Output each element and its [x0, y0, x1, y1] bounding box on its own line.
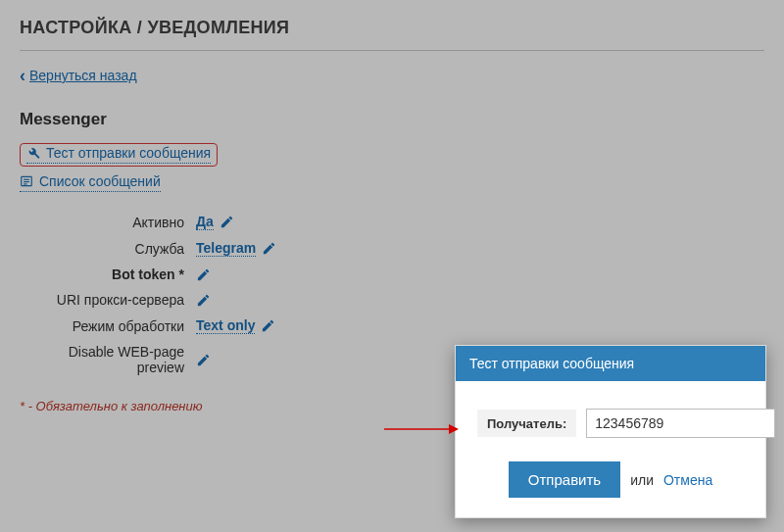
recipient-label: Получатель: — [487, 416, 566, 431]
test-send-dialog: Тест отправки сообщения Получатель: Отпр… — [455, 345, 766, 518]
svg-marker-5 — [449, 424, 459, 434]
arrow-icon — [382, 421, 461, 437]
dialog-title: Тест отправки сообщения — [456, 346, 765, 381]
or-text: или — [630, 472, 654, 488]
cancel-link[interactable]: Отмена — [663, 472, 712, 488]
recipient-input[interactable] — [586, 409, 775, 438]
submit-button[interactable]: Отправить — [509, 461, 620, 498]
recipient-label-wrap: Получатель: — [477, 410, 576, 437]
